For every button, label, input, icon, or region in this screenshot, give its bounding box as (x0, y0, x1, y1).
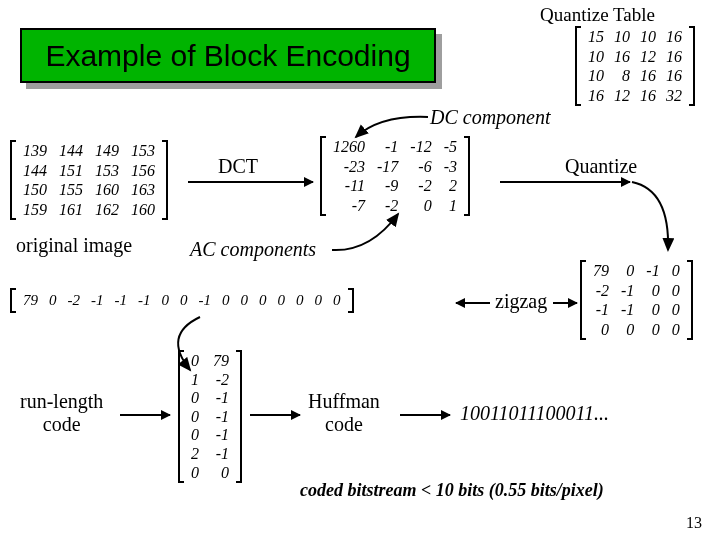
matrix-cell: 0 (649, 282, 663, 300)
matrix-cell: 0 (177, 292, 191, 309)
matrix-cell: -1 (213, 426, 232, 444)
matrix-cell: 0 (649, 321, 663, 339)
matrix-cell: 0 (330, 292, 344, 309)
page-title: Example of Block Encoding (45, 39, 410, 73)
matrix-cell: 16 (663, 28, 685, 46)
label-run-length: run-length code (20, 390, 103, 436)
matrix-cell: -2 (65, 292, 84, 309)
matrix-quantized: 790-10-2-100-1-1000000 (580, 260, 693, 340)
matrix-cell: 0 (669, 262, 683, 280)
arrow-quantize (500, 181, 630, 183)
matrix-cell: 0 (669, 301, 683, 319)
label-quantize-table: Quantize Table (540, 4, 655, 26)
matrix-cell: -1 (618, 282, 637, 300)
matrix-cell: -1 (88, 292, 107, 309)
matrix-cell: 153 (128, 142, 158, 160)
matrix-cell: -11 (342, 177, 368, 195)
matrix-cell: -5 (441, 138, 460, 156)
matrix-cell: 0 (188, 426, 202, 444)
matrix-cell: 0 (219, 292, 233, 309)
matrix-cell: -1 (213, 408, 232, 426)
matrix-cell: -1 (643, 262, 662, 280)
matrix-cell: -23 (341, 158, 368, 176)
matrix-cell: 16 (585, 87, 607, 105)
matrix-cell: 151 (56, 162, 86, 180)
matrix-cell: 10 (637, 28, 659, 46)
matrix-cell: 162 (92, 201, 122, 219)
arrow-huff-r (400, 414, 450, 416)
caption: coded bitstream < 10 bits (0.55 bits/pix… (300, 480, 604, 501)
matrix-cell: 79 (210, 352, 232, 370)
matrix-cell: -17 (374, 158, 401, 176)
matrix-cell: -1 (618, 301, 637, 319)
label-dct: DCT (218, 155, 258, 178)
matrix-cell: 160 (92, 181, 122, 199)
label-huffman: Huffman code (308, 390, 380, 436)
matrix-cell: 153 (92, 162, 122, 180)
matrix-cell: 156 (128, 162, 158, 180)
matrix-cell: 10 (611, 28, 633, 46)
matrix-cell: -1 (112, 292, 131, 309)
arrow-zigzag-r (553, 302, 577, 304)
matrix-cell: -1 (213, 445, 232, 463)
matrix-cell: 79 (20, 292, 41, 309)
matrix-cell: -2 (593, 282, 612, 300)
matrix-cell: 0 (312, 292, 326, 309)
label-zigzag: zigzag (495, 290, 547, 313)
matrix-cell: -1 (593, 301, 612, 319)
matrix-cell: 16 (663, 67, 685, 85)
matrix-cell: 144 (20, 162, 50, 180)
matrix-cell: 0 (188, 352, 202, 370)
label-dc-component: DC component (430, 106, 551, 129)
arrow-huff-l (250, 414, 300, 416)
matrix-original: 1391441491531441511531561501551601631591… (10, 140, 168, 220)
matrix-cell: 139 (20, 142, 50, 160)
title-box: Example of Block Encoding (20, 28, 436, 83)
matrix-cell: -6 (415, 158, 434, 176)
matrix-cell: 0 (275, 292, 289, 309)
matrix-cell: 1 (446, 197, 460, 215)
matrix-cell: 0 (649, 301, 663, 319)
matrix-cell: 0 (256, 292, 270, 309)
matrix-cell: 155 (56, 181, 86, 199)
matrix-cell: -12 (407, 138, 434, 156)
label-original-image: original image (16, 234, 132, 257)
matrix-cell: 8 (619, 67, 633, 85)
matrix-cell: 0 (421, 197, 435, 215)
matrix-cell: 0 (188, 408, 202, 426)
matrix-cell: -1 (135, 292, 154, 309)
matrix-cell: 16 (637, 87, 659, 105)
matrix-cell: 0 (238, 292, 252, 309)
matrix-quantize-table: 1510101610161216108161616121632 (575, 26, 695, 106)
matrix-cell: 32 (663, 87, 685, 105)
matrix-cell: -3 (441, 158, 460, 176)
matrix-cell: 12 (611, 87, 633, 105)
quantize-down-arrow-icon (630, 180, 680, 260)
bitstream: 10011011100011... (460, 402, 609, 425)
matrix-cell: 16 (611, 48, 633, 66)
matrix-cell: 163 (128, 181, 158, 199)
matrix-cell: -1 (196, 292, 215, 309)
arrow-dct (188, 181, 313, 183)
matrix-cell: -9 (382, 177, 401, 195)
matrix-cell: 150 (20, 181, 50, 199)
ac-arrow-icon (330, 210, 410, 254)
matrix-cell: 16 (637, 67, 659, 85)
matrix-cell: 0 (669, 321, 683, 339)
matrix-cell: 12 (637, 48, 659, 66)
matrix-zigzag-row: 790-2-1-1-100-10000000 (10, 288, 354, 313)
label-quantize: Quantize (565, 155, 637, 178)
matrix-cell: 161 (56, 201, 86, 219)
matrix-cell: 10 (585, 67, 607, 85)
label-ac-components: AC components (190, 238, 316, 261)
matrix-cell: 144 (56, 142, 86, 160)
matrix-cell: 0 (293, 292, 307, 309)
arrow-rlc (120, 414, 170, 416)
matrix-cell: 2 (188, 445, 202, 463)
matrix-cell: 0 (159, 292, 173, 309)
matrix-cell: 0 (669, 282, 683, 300)
matrix-cell: 1 (188, 371, 202, 389)
matrix-run-length: 0791-20-10-10-12-100 (178, 350, 242, 483)
matrix-cell: 159 (20, 201, 50, 219)
matrix-cell: 0 (623, 321, 637, 339)
